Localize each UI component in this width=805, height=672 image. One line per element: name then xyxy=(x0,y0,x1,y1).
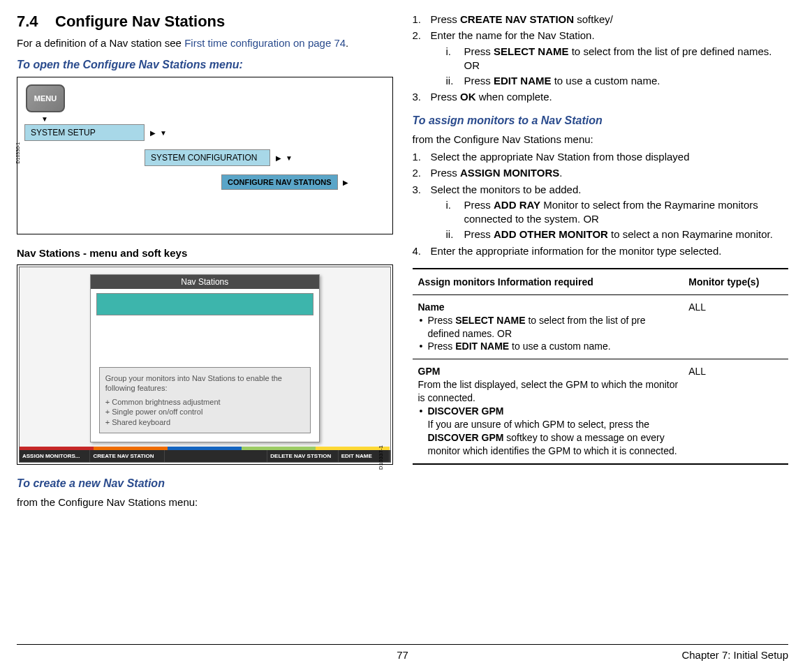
softkey-delete-nav-station[interactable]: DELETE NAV STSTION xyxy=(267,450,338,462)
list-item: 3.Select the monitors to be added. i.Pre… xyxy=(413,183,789,242)
row-title: Name xyxy=(418,301,681,314)
list-item: Press SELECT NAME to select from the lis… xyxy=(418,314,681,341)
subheading-open-menu: To open the Configure Nav Stations menu: xyxy=(17,59,393,71)
section-heading: 7.4 Configure Nav Stations xyxy=(17,13,393,31)
arrow-down-icon: ▼ xyxy=(286,154,293,162)
list-item: i.Press SELECT NAME to select from the l… xyxy=(446,45,789,73)
list-item: 1.Press CREATE NAV STATION softkey/ xyxy=(413,13,789,27)
softkey-bar: ASSIGN MONITORS... CREATE NAV STATION DE… xyxy=(20,450,390,462)
diagram-reference: D10337-1 xyxy=(378,445,385,470)
list-item: 4.Enter the appropriate information for … xyxy=(413,244,789,258)
list-item: 3.Press OK when complete. xyxy=(413,90,789,104)
arrow-down-icon: ▼ xyxy=(160,129,167,137)
arrow-right-icon: ▶ xyxy=(150,129,156,137)
softkey-blank xyxy=(165,450,268,462)
list-item: ii.Press EDIT NAME to use a custom name. xyxy=(446,74,789,88)
nav-stations-window: Nav Stations Group your monitors into Na… xyxy=(90,274,320,442)
nav-stations-screenshot: Nav Stations Group your monitors into Na… xyxy=(17,264,393,465)
list-item: 2.Enter the name for the Nav Station. i.… xyxy=(413,29,789,88)
arrow-right-icon: ▶ xyxy=(276,154,281,162)
table-row: GPM From the list displayed, select the … xyxy=(413,359,789,464)
table-header-type: Monitor type(s) xyxy=(683,269,788,295)
softkey-assign-monitors[interactable]: ASSIGN MONITORS... xyxy=(20,450,90,462)
monitor-type-cell: ALL xyxy=(683,294,788,359)
diagram-reference: D10336-1 xyxy=(15,142,20,163)
chapter-label: Chapter 7: Initial Setup xyxy=(681,649,788,661)
cross-reference-link[interactable]: First time configuration on page 74 xyxy=(184,37,346,49)
info-panel: Group your monitors into Nav Stations to… xyxy=(99,367,311,433)
assign-monitors-context: from the Configure Nav Stations menu: xyxy=(413,133,789,147)
menu-flow-diagram: MENU SYSTEM SETUP ▶▼ SYSTEM CONFIGURATIO… xyxy=(17,77,393,234)
create-nav-context: from the Configure Nav Stations menu: xyxy=(17,495,393,509)
nav-stations-heading: Nav Stations - menu and soft keys xyxy=(17,247,393,259)
list-item: 2.Press ASSIGN MONITORS. xyxy=(413,166,789,180)
assign-monitors-steps: 1.Select the appropriate Nav Station fro… xyxy=(413,150,789,258)
subheading-create-nav-station: To create a new Nav Station xyxy=(17,477,393,490)
flow-step-system-setup: SYSTEM SETUP xyxy=(24,124,145,141)
arrow-down-icon xyxy=(22,115,387,123)
heading-text: Configure Nav Stations xyxy=(55,13,225,30)
monitor-type-cell: ALL xyxy=(683,359,788,464)
row-description: From the list displayed, select the GPM … xyxy=(418,378,681,405)
row-title: GPM xyxy=(418,365,681,378)
subheading-assign-monitors: To assign monitors to a Nav Station xyxy=(413,114,789,127)
create-nav-steps: 1.Press CREATE NAV STATION softkey/ 2.En… xyxy=(413,13,789,105)
selection-bar xyxy=(96,293,313,315)
table-row: Name Press SELECT NAME to select from th… xyxy=(413,294,789,359)
window-title: Nav Stations xyxy=(91,275,319,289)
flow-step-configure-nav-stations: CONFIGURE NAV STATIONS xyxy=(221,174,338,190)
monitor-info-table: Assign monitors Information required Mon… xyxy=(413,268,789,465)
list-item: i.Press ADD RAY Monitor to select from t… xyxy=(446,198,789,227)
softkey-create-nav-station[interactable]: CREATE NAV STATION xyxy=(90,450,164,462)
list-item: Press EDIT NAME to use a custom name. xyxy=(418,340,681,353)
page-footer: 77 Chapter 7: Initial Setup xyxy=(17,644,788,661)
flow-step-system-configuration: SYSTEM CONFIGURATION xyxy=(145,149,270,166)
list-item: ii.Press ADD OTHER MONITOR to select a n… xyxy=(446,227,789,241)
page-number: 77 xyxy=(397,649,408,661)
heading-number: 7.4 xyxy=(17,13,38,30)
list-item: DISCOVER GPM If you are unsure of which … xyxy=(418,405,681,458)
arrow-right-icon: ▶ xyxy=(343,179,348,186)
table-header-info: Assign monitors Information required xyxy=(413,269,684,295)
intro-paragraph: For a definition of a Nav station see Fi… xyxy=(17,36,393,50)
list-item: 1.Select the appropriate Nav Station fro… xyxy=(413,150,789,164)
menu-button: MENU xyxy=(26,84,65,112)
